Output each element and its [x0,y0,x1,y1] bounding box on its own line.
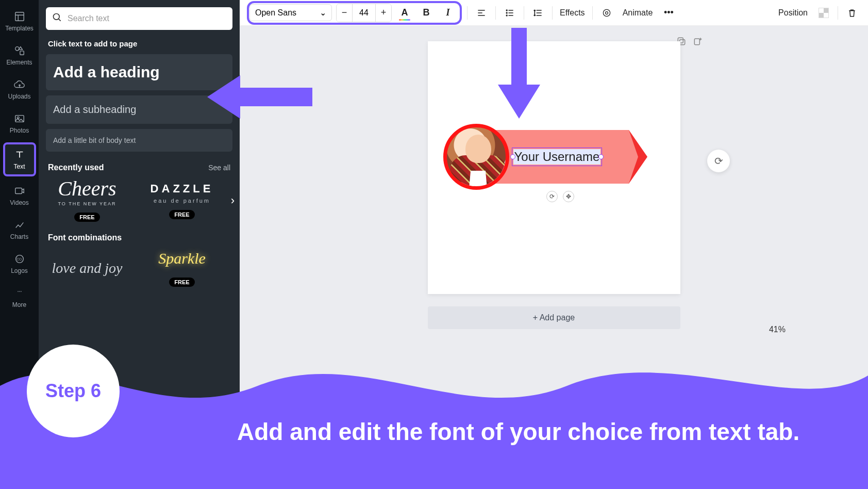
rail-uploads[interactable]: Uploads [3,74,36,104]
font-size-group: − + [336,4,392,22]
svg-point-8 [18,291,19,292]
rail-templates[interactable]: Templates [3,6,36,36]
sync-button[interactable]: ⟳ [707,150,730,172]
svg-rect-0 [15,12,24,21]
search-input[interactable] [68,14,226,23]
elements-icon [13,44,26,57]
annotation-arrow-left [204,72,312,122]
svg-point-15 [605,11,608,14]
divider [467,6,468,20]
text-icon [13,149,26,161]
font-family-select[interactable]: Open Sans ⌄ [249,4,332,21]
search-box[interactable] [46,7,232,30]
svg-point-11 [54,14,60,20]
italic-button[interactable]: I [439,4,457,22]
font-size-decrease[interactable]: − [337,4,352,22]
list-button[interactable] [501,4,519,22]
divider [838,6,838,20]
animate-icon [598,4,615,22]
font-controls-highlight: Open Sans ⌄ − + A B I [247,1,462,25]
ribbon-arrow [629,130,647,184]
combo-thumbs: love and joy Sparkle FREE [46,250,232,287]
rail-logos[interactable]: CO. Logos [3,249,36,279]
free-badge: FREE [169,278,194,287]
text-color-button[interactable]: A [396,4,413,22]
username-text[interactable]: Your Username [513,149,601,165]
svg-point-9 [19,291,20,292]
font-size-input[interactable] [352,4,376,22]
bold-button[interactable]: B [418,4,435,22]
transparency-button[interactable] [815,4,832,22]
delete-button[interactable] [843,4,861,22]
svg-rect-17 [680,40,685,45]
annotation-arrow-down [496,28,542,121]
uploads-icon [13,78,26,91]
side-rail: Templates Elements Uploads Photos Text V… [0,0,39,489]
avatar[interactable] [443,124,509,190]
rail-text[interactable]: Text [3,142,36,176]
rail-elements[interactable]: Elements [3,40,36,70]
divider [592,6,593,20]
effects-button[interactable]: Effects [558,8,587,18]
rail-more[interactable]: More [3,283,36,313]
rotate-handle[interactable]: ⟳ [546,191,558,202]
checker-icon [819,8,829,18]
step-badge: Step 6 [27,345,120,437]
page-actions [676,36,703,48]
svg-text:CO.: CO. [16,257,23,261]
selection-handle-left[interactable] [510,154,515,159]
svg-point-13 [506,12,507,13]
svg-point-16 [603,9,610,16]
tutorial-caption: Add and edit the font of your choice fro… [237,417,847,448]
design-page[interactable]: Your Username ⟳ ✥ [428,41,680,294]
panel-hint: Click text to add to page [48,39,230,48]
element-controls: ⟳ ✥ [546,191,574,202]
recent-thumbs: Cheers TO THE NEW YEAR FREE DAZZLE eau d… [46,180,232,222]
free-badge: FREE [74,213,99,222]
recently-used-title: Recently used [48,163,104,172]
thumb-sparkle[interactable]: Sparkle FREE [141,250,223,287]
search-icon [52,12,62,25]
free-badge: FREE [169,210,194,219]
svg-point-12 [506,10,507,11]
svg-rect-19 [694,39,699,45]
photos-icon [13,112,26,125]
svg-point-1 [15,47,19,51]
divider [524,6,524,20]
selection-border [512,148,603,166]
thumb-cheers[interactable]: Cheers TO THE NEW YEAR FREE [46,180,128,222]
rail-charts[interactable]: Charts [3,215,36,244]
banner[interactable]: Your Username [443,124,629,190]
position-button[interactable]: Position [776,8,810,18]
rail-videos[interactable]: Videos [3,181,36,210]
zoom-indicator[interactable]: 41% [769,325,786,334]
thumb-dazzle[interactable]: DAZZLE eau de parfum FREE [141,182,223,219]
add-body-button[interactable]: Add a little bit of body text [46,129,232,152]
font-combos-title: Font combinations [48,233,122,242]
more-toolbar-button[interactable]: ••• [660,4,677,22]
videos-icon [13,185,26,197]
divider [552,6,553,20]
thumb-love[interactable]: love and joy [46,260,128,276]
svg-rect-5 [15,188,22,194]
animate-button[interactable]: Animate [621,8,655,18]
see-all-link[interactable]: See all [208,164,230,172]
chevron-down-icon: ⌄ [320,8,326,18]
chevron-right-icon[interactable]: › [231,194,235,207]
svg-rect-2 [20,51,23,55]
add-page-icon[interactable] [693,36,703,48]
templates-icon [13,10,26,23]
rail-photos[interactable]: Photos [3,108,36,138]
svg-point-10 [21,291,22,292]
svg-point-14 [506,15,507,16]
spacing-button[interactable] [529,4,547,22]
editor: Open Sans ⌄ − + A B I Effects [240,0,868,489]
font-size-increase[interactable]: + [376,4,391,22]
logos-icon: CO. [13,253,26,265]
toolbar: Open Sans ⌄ − + A B I Effects [240,0,868,26]
align-button[interactable] [473,4,490,22]
move-handle[interactable]: ✥ [563,191,574,202]
add-page-button[interactable]: + Add page [428,306,680,329]
charts-icon [13,219,26,231]
selection-handle-right[interactable] [598,154,604,159]
